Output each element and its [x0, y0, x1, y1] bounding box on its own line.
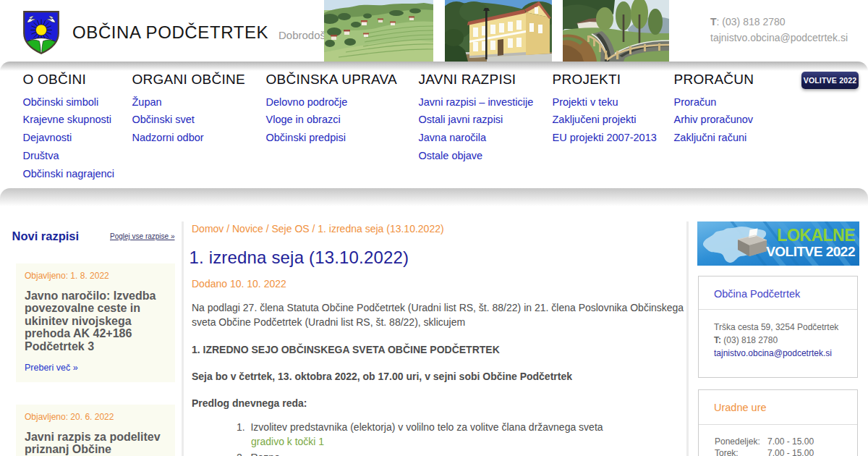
- svg-text:VOLITVE 2022: VOLITVE 2022: [766, 244, 855, 259]
- svg-text:LOKALNE: LOKALNE: [777, 226, 855, 245]
